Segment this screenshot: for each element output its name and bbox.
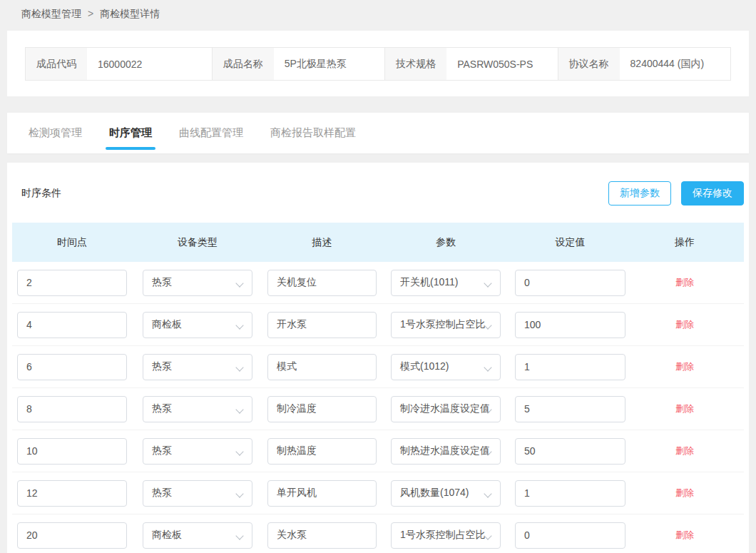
device-type-select[interactable]: 商检板 [143,312,252,338]
section-header: 时序条件 新增参数 保存修改 [12,163,744,223]
device-type-selected-value: 商检板 [143,318,252,331]
tab-report-sampling-config[interactable]: 商检报告取样配置 [270,113,356,153]
time-point-input[interactable] [17,270,127,296]
parameter-select[interactable]: 制冷进水温度设定值 [391,396,501,422]
device-type-selected-value: 热泵 [143,487,252,499]
breadcrumb-item-model-management[interactable]: 商检模型管理 [21,8,81,19]
description-input[interactable] [267,480,377,507]
parameter-select[interactable]: 1号水泵控制占空比 [391,522,501,549]
device-type-selected-value: 热泵 [143,360,252,373]
delete-link[interactable]: 删除 [675,360,694,373]
column-header-description: 描述 [267,236,377,249]
parameter-select[interactable]: 风机数量(1074) [391,480,501,507]
info-label: 成品名称 [213,48,274,80]
time-point-input[interactable] [17,312,127,338]
set-value-input[interactable] [515,396,625,422]
info-field-product-name: 成品名称 5P北极星热泵 [212,48,384,80]
time-point-input[interactable] [17,438,127,465]
info-value: PASRW050S-PS [446,48,543,80]
info-label: 技术规格 [385,48,446,80]
section-actions: 新增参数 保存修改 [608,181,744,206]
parameter-select[interactable]: 模式(1012) [391,354,501,380]
set-value-input[interactable] [515,312,625,338]
parameter-selected-value: 开关机(1011) [392,276,500,289]
timing-panel: 时序条件 新增参数 保存修改 时间点 设备类型 描述 参数 设定值 操作 热泵 … [7,163,749,553]
table-row: 热泵 风机数量(1074) 删除 [12,472,744,514]
table-row: 热泵 制冷进水温度设定值 删除 [12,388,744,430]
delete-link[interactable]: 删除 [675,318,694,331]
info-value: 16000022 [87,48,153,80]
description-input[interactable] [267,522,377,549]
info-label: 成品代码 [26,48,87,80]
delete-link[interactable]: 删除 [675,529,694,542]
column-header-set-value: 设定值 [515,236,625,249]
add-parameter-button[interactable]: 新增参数 [608,181,671,206]
device-type-select[interactable]: 商检板 [143,522,252,549]
set-value-input[interactable] [515,354,625,380]
set-value-input[interactable] [515,270,625,296]
breadcrumb-separator: > [88,8,93,19]
parameter-select[interactable]: 开关机(1011) [391,270,501,296]
table-row: 热泵 模式(1012) 删除 [12,346,744,388]
delete-link[interactable]: 删除 [675,276,694,289]
info-field-tech-spec: 技术规格 PASRW050S-PS [384,48,557,80]
description-input[interactable] [267,396,377,422]
parameter-selected-value: 1号水泵控制占空比 [392,318,500,331]
table-header-row: 时间点 设备类型 描述 参数 设定值 操作 [12,223,744,262]
delete-link[interactable]: 删除 [675,402,694,415]
description-input[interactable] [267,354,377,380]
delete-link[interactable]: 删除 [675,445,694,457]
breadcrumb: 商检模型管理>商检模型详情 [0,0,756,31]
time-point-input[interactable] [17,480,127,507]
table-row: 商检板 1号水泵控制占空比 删除 [12,304,744,346]
parameter-selected-value: 1号水泵控制占空比 [392,529,500,542]
table-row: 热泵 开关机(1011) 删除 [12,262,744,304]
tab-curve-config[interactable]: 曲线配置管理 [179,113,243,153]
device-type-select[interactable]: 热泵 [143,480,252,507]
product-info-bar: 成品代码 16000022 成品名称 5P北极星热泵 技术规格 PASRW050… [25,47,731,81]
device-type-select[interactable]: 热泵 [143,354,252,380]
save-changes-button[interactable]: 保存修改 [681,181,744,206]
set-value-input[interactable] [515,522,625,549]
column-header-parameter: 参数 [391,236,501,249]
set-value-input[interactable] [515,438,625,465]
table-row: 商检板 1号水泵控制占空比 删除 [12,514,744,553]
info-value: 82400444 (国内) [620,48,715,80]
info-field-protocol-name: 协议名称 82400444 (国内) [558,48,730,80]
table-body: 热泵 开关机(1011) 删除 商检板 1号水泵控制占空比 删除 [12,262,744,553]
device-type-selected-value: 热泵 [143,445,252,457]
info-field-product-code: 成品代码 16000022 [26,48,212,80]
device-type-select[interactable]: 热泵 [143,270,252,296]
parameter-selected-value: 制冷进水温度设定值 [392,402,500,415]
breadcrumb-item-model-detail: 商检模型详情 [100,8,160,19]
time-point-input[interactable] [17,522,127,549]
tab-inspection-items[interactable]: 检测项管理 [29,113,82,153]
parameter-selected-value: 制热进水温度设定值 [392,445,500,457]
parameter-selected-value: 模式(1012) [392,360,500,373]
device-type-select[interactable]: 热泵 [143,396,252,422]
time-point-input[interactable] [17,354,127,380]
table-row: 热泵 制热进水温度设定值 删除 [12,430,744,472]
info-value: 5P北极星热泵 [274,48,357,80]
device-type-select[interactable]: 热泵 [143,438,252,465]
description-input[interactable] [267,270,377,296]
product-info-card: 成品代码 16000022 成品名称 5P北极星热泵 技术规格 PASRW050… [7,31,749,96]
info-label: 协议名称 [558,48,620,80]
delete-link[interactable]: 删除 [675,487,694,499]
description-input[interactable] [267,312,377,338]
parameter-select[interactable]: 1号水泵控制占空比 [391,312,501,338]
parameter-selected-value: 风机数量(1074) [392,487,500,499]
device-type-selected-value: 热泵 [143,402,252,415]
tab-timing-management[interactable]: 时序管理 [109,113,152,153]
column-header-time-point: 时间点 [17,236,127,249]
device-type-selected-value: 热泵 [143,276,252,289]
tab-bar: 检测项管理 时序管理 曲线配置管理 商检报告取样配置 [7,113,749,153]
column-header-operation: 操作 [625,236,744,249]
device-type-selected-value: 商检板 [143,529,252,542]
section-title: 时序条件 [21,187,61,200]
set-value-input[interactable] [515,480,625,507]
description-input[interactable] [267,438,377,465]
column-header-device-type: 设备类型 [143,236,252,249]
parameter-select[interactable]: 制热进水温度设定值 [391,438,501,465]
time-point-input[interactable] [17,396,127,422]
